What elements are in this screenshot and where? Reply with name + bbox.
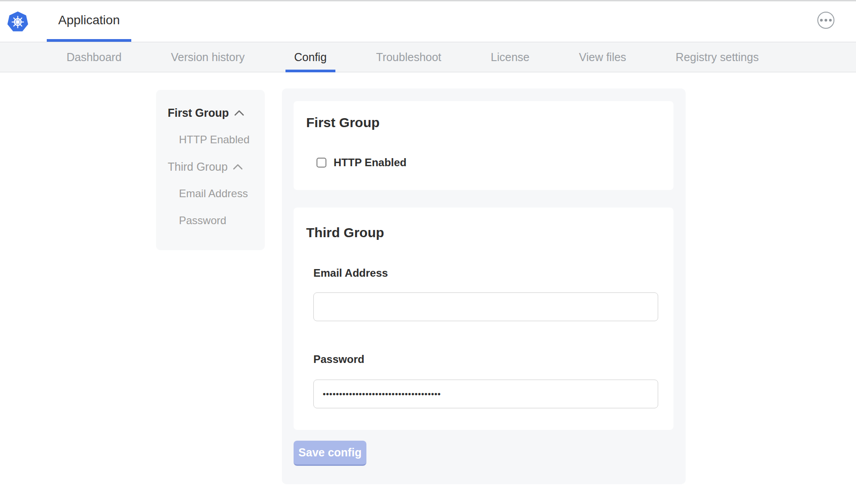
config-page: First Group HTTP Enabled Third Group Ema…	[0, 72, 856, 504]
email-address-field[interactable]	[313, 292, 658, 321]
overflow-menu-button[interactable]	[817, 12, 834, 29]
application-tab-label: Application	[58, 13, 120, 27]
sidebar-item-email-address[interactable]: Email Address	[168, 188, 265, 199]
sidebar-item-password[interactable]: Password	[168, 215, 265, 226]
http-enabled-checkbox-row[interactable]: HTTP Enabled	[317, 157, 406, 168]
config-panel: First Group HTTP Enabled Third Group Ema…	[282, 88, 686, 484]
ellipsis-icon	[820, 19, 823, 22]
config-groups-sidebar: First Group HTTP Enabled Third Group Ema…	[156, 90, 265, 250]
group-title: Third Group	[306, 225, 384, 240]
tab-license[interactable]: License	[482, 42, 538, 72]
password-field[interactable]	[313, 380, 658, 408]
chevron-up-icon	[233, 164, 243, 170]
config-group-card-third-group: Third Group Email Address Password	[294, 208, 673, 430]
application-tab[interactable]: Application	[47, 1, 131, 42]
password-label: Password	[313, 353, 364, 366]
app-subnav: Dashboard Version history Config Trouble…	[0, 42, 856, 72]
chevron-up-icon	[234, 110, 244, 116]
email-address-label: Email Address	[313, 267, 388, 279]
tab-config[interactable]: Config	[285, 42, 335, 72]
sidebar-group-third-group[interactable]: Third Group	[168, 161, 265, 172]
config-group-card-first-group: First Group HTTP Enabled	[294, 101, 673, 190]
kubernetes-logo-icon	[7, 11, 28, 32]
sidebar-group-first-group[interactable]: First Group	[168, 107, 265, 119]
app-header: Application	[0, 1, 856, 42]
tab-version-history[interactable]: Version history	[162, 42, 253, 72]
tab-dashboard[interactable]: Dashboard	[58, 42, 130, 72]
tab-troubleshoot[interactable]: Troubleshoot	[368, 42, 450, 72]
save-config-button[interactable]: Save config	[294, 441, 366, 466]
tab-registry-settings[interactable]: Registry settings	[667, 42, 767, 72]
http-enabled-checkbox[interactable]	[317, 158, 326, 168]
group-title: First Group	[306, 115, 379, 130]
checkbox-label: HTTP Enabled	[334, 156, 406, 169]
sidebar-item-http-enabled[interactable]: HTTP Enabled	[168, 134, 265, 146]
tab-view-files[interactable]: View files	[571, 42, 635, 72]
